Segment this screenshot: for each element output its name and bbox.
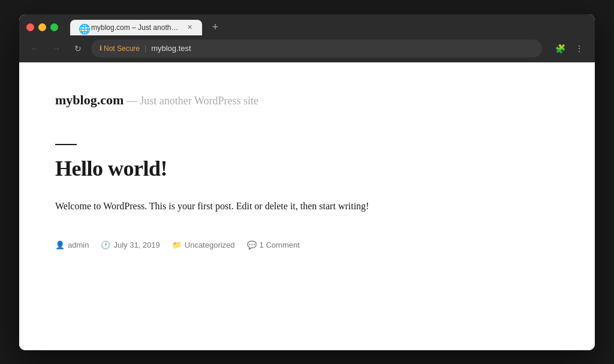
post-meta: 👤 admin 🕐 July 31, 2019 📁 Uncategorized …: [55, 240, 559, 249]
title-bar: 🌐 myblog.com – Just another Wo... ✕ + ← …: [19, 14, 595, 62]
date-meta: 🕐 July 31, 2019: [101, 240, 159, 249]
comments-meta: 💬 1 Comment: [247, 240, 300, 249]
post-date: July 31, 2019: [113, 240, 159, 249]
address-url: myblog.test: [151, 44, 191, 53]
browser-window: 🌐 myblog.com – Just another Wo... ✕ + ← …: [19, 14, 595, 350]
minimize-button[interactable]: [38, 23, 46, 31]
tab-bar: 🌐 myblog.com – Just another Wo... ✕ +: [19, 14, 595, 36]
back-button[interactable]: ←: [26, 40, 43, 57]
toolbar-icons: 🧩 ⋮: [552, 40, 588, 57]
back-icon: ←: [31, 44, 39, 53]
menu-button[interactable]: ⋮: [571, 40, 588, 57]
security-icon: ℹ Not Secure: [100, 44, 140, 53]
category-meta: 📁 Uncategorized: [172, 240, 235, 249]
site-tagline: — Just another WordPress site: [127, 95, 258, 107]
address-field[interactable]: ℹ Not Secure | myblog.test: [91, 40, 542, 58]
address-separator: |: [145, 44, 146, 53]
forward-button[interactable]: →: [48, 40, 65, 57]
site-header: myblog.com — Just another WordPress site: [55, 86, 559, 108]
tab-title: myblog.com – Just another Wo...: [91, 23, 181, 32]
site-title: myblog.com: [55, 92, 124, 107]
author-name: admin: [68, 240, 89, 249]
browser-tab-active[interactable]: 🌐 myblog.com – Just another Wo... ✕: [70, 20, 202, 35]
menu-icon: ⋮: [575, 44, 583, 53]
comments-count: 1 Comment: [260, 240, 300, 249]
tab-favicon-icon: 🌐: [79, 23, 87, 32]
post-category: Uncategorized: [185, 240, 235, 249]
address-bar: ← → ↻ ℹ Not Secure | myblog.test 🧩: [19, 36, 595, 62]
tab-close-icon[interactable]: ✕: [185, 23, 194, 32]
post-title: Hello world!: [55, 156, 559, 181]
extensions-icon: 🧩: [555, 44, 565, 53]
forward-icon: →: [52, 44, 61, 53]
not-secure-label: Not Secure: [104, 44, 140, 53]
close-button[interactable]: [26, 23, 34, 31]
category-icon: 📁: [172, 240, 182, 249]
refresh-button[interactable]: ↻: [70, 40, 86, 57]
date-icon: 🕐: [101, 240, 110, 249]
post-divider: [55, 144, 77, 145]
author-icon: 👤: [55, 240, 65, 249]
refresh-icon: ↻: [74, 44, 82, 53]
blog-post: Hello world! Welcome to WordPress. This …: [55, 144, 559, 249]
post-content: Welcome to WordPress. This is your first…: [55, 198, 559, 214]
extensions-button[interactable]: 🧩: [552, 40, 568, 57]
new-tab-button[interactable]: +: [207, 19, 224, 36]
author-meta: 👤 admin: [55, 240, 89, 249]
page-content: myblog.com — Just another WordPress site…: [19, 62, 595, 350]
info-icon: ℹ: [100, 44, 102, 52]
comments-icon: 💬: [247, 240, 257, 249]
window-controls: [26, 23, 58, 31]
maximize-button[interactable]: [50, 23, 58, 31]
